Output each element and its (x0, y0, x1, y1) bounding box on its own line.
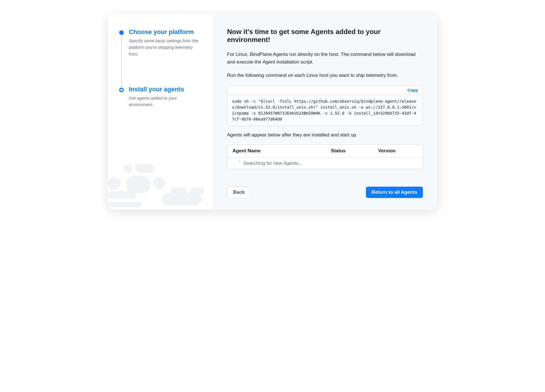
step-marker-completed-icon (119, 30, 124, 35)
wizard-container: Choose your platform Specify some basic … (108, 14, 437, 210)
step-install-agents[interactable]: Install your agents Get agents added to … (119, 86, 202, 136)
sidebar: Choose your platform Specify some basic … (108, 14, 213, 210)
step-title: Install your agents (129, 86, 202, 93)
agents-table: Agent Name Status Version `Searching for… (227, 144, 423, 169)
main-panel: Now it's time to get some Agents added t… (213, 14, 437, 210)
step-content: Install your agents Get agents added to … (129, 86, 202, 108)
sidebar-decoration (108, 159, 213, 210)
page-title: Now it's time to get some Agents added t… (227, 28, 423, 44)
step-marker-current-icon (119, 88, 124, 92)
code-header: Copy (227, 85, 423, 95)
step-description: Get agents added to your environment. (129, 95, 202, 108)
after-install-text: Agents will appear below after they are … (227, 131, 423, 139)
return-to-agents-button[interactable]: Return to all Agents (366, 187, 423, 198)
install-command-text[interactable]: sudo sh -c "$(curl -fsSlL https://github… (227, 95, 423, 126)
intro-text: For Linux, BindPlane Agents run directly… (227, 50, 423, 66)
footer-actions: Back Return to all Agents (227, 175, 423, 198)
step-title: Choose your platform (129, 28, 202, 36)
searching-status: `Searching for new Agents... (232, 160, 302, 166)
searching-text: Searching for new Agents... (243, 161, 302, 166)
table-row: `Searching for new Agents... (227, 157, 423, 169)
spinner-icon: ` (238, 160, 241, 166)
step-choose-platform[interactable]: Choose your platform Specify some basic … (119, 28, 202, 86)
step-description: Specify some basic settings from the pla… (129, 37, 202, 57)
column-header-agent-name: Agent Name (232, 148, 331, 154)
column-header-version: Version (378, 148, 418, 154)
run-instruction-text: Run the following command on each Linux … (227, 71, 423, 79)
copy-button[interactable]: Copy (408, 88, 418, 92)
step-connector-line (121, 35, 122, 88)
column-header-status: Status (331, 148, 378, 154)
install-command-block: Copy sudo sh -c "$(curl -fsSlL https://g… (227, 85, 423, 126)
table-header-row: Agent Name Status Version (227, 145, 423, 157)
step-content: Choose your platform Specify some basic … (129, 28, 202, 57)
back-button[interactable]: Back (227, 186, 251, 198)
